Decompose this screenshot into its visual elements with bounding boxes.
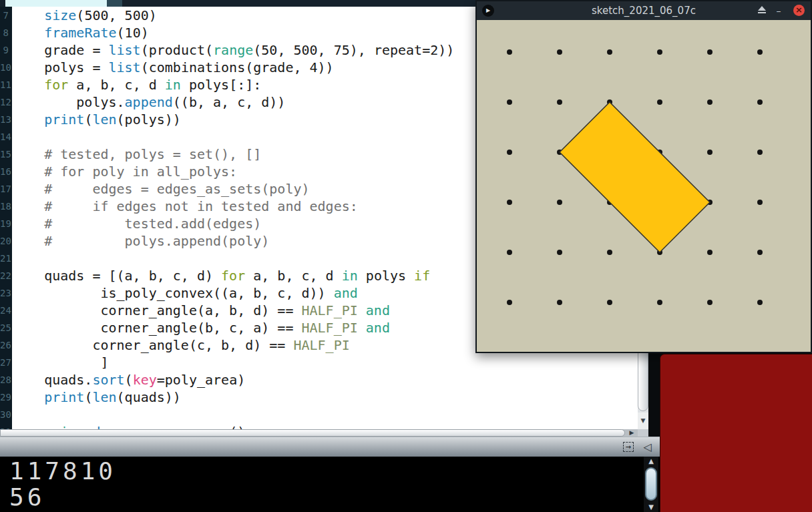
line-number: 16 — [0, 163, 12, 180]
line-number: 12 — [0, 93, 12, 111]
grid-dot — [607, 250, 612, 255]
line-number: 26 — [0, 336, 12, 354]
grid-dot — [507, 150, 512, 155]
line-number: 13 — [0, 111, 12, 128]
editor-horizontal-scrollbar[interactable]: ▶ — [0, 429, 638, 437]
console-line: 117810 — [9, 458, 660, 484]
console-text: 11781056 — [0, 457, 660, 510]
grid-dot — [707, 150, 713, 155]
grid-dot — [657, 99, 662, 105]
line-number: 11 — [0, 76, 12, 93]
line-number: 17 — [0, 180, 12, 198]
console-scrollbar[interactable]: ▲ ▼ — [644, 457, 658, 512]
line-number: 27 — [0, 354, 12, 371]
line-number: 10 — [0, 59, 12, 76]
line-number: 24 — [0, 302, 12, 319]
grid-dot — [657, 300, 662, 305]
horizontal-scrollbar-thumb[interactable] — [0, 429, 625, 437]
grid-dot — [757, 300, 763, 305]
code-line: ] — [12, 354, 638, 371]
line-number: 30 — [0, 406, 12, 423]
line-number: 19 — [0, 215, 12, 232]
grid-dot — [557, 99, 562, 105]
grid-dot — [507, 200, 512, 205]
tab-inactive[interactable] — [107, 0, 122, 7]
shade-window-button[interactable] — [755, 4, 769, 17]
grid-dot — [657, 49, 662, 55]
grid-dot — [507, 300, 512, 305]
line-number: 15 — [0, 146, 12, 163]
code-line: quads.sort(key=poly_area) — [12, 371, 638, 389]
grid-dot — [507, 49, 512, 55]
grid-dot — [707, 250, 713, 255]
close-button[interactable]: × — [793, 5, 805, 16]
code-line — [12, 406, 638, 423]
code-line: q in sd () — [12, 423, 638, 429]
grid-dot — [557, 49, 562, 55]
sketch-window: sketch_2021_06_07c ▶ – × — [475, 0, 812, 353]
line-number: 21 — [0, 250, 12, 267]
minimize-button[interactable]: – — [772, 4, 785, 17]
line-number-gutter: 7891011121314151617181920212223242526272… — [0, 7, 12, 429]
grid-dot — [507, 250, 512, 255]
sketch-titlebar[interactable]: sketch_2021_06_07c ▶ – × — [477, 1, 811, 20]
line-number: 14 — [0, 128, 12, 146]
screen: 7891011121314151617181920212223242526272… — [0, 0, 812, 512]
line-number: 23 — [0, 284, 12, 302]
eject-icon-bar — [758, 12, 766, 13]
tab-active-sketch[interactable] — [5, 0, 107, 7]
console-scroll-up-button[interactable]: ▲ — [644, 457, 658, 466]
line-number: 28 — [0, 371, 12, 389]
console-line: 56 — [9, 484, 660, 510]
console-header-bar: → ◁ — [0, 437, 660, 457]
grid-dot — [607, 300, 612, 305]
grid-dot — [507, 99, 512, 105]
grid-dot — [557, 250, 562, 255]
grid-dot — [757, 150, 763, 155]
collapse-console-icon[interactable]: ◁ — [642, 440, 654, 455]
line-number: 18 — [0, 198, 12, 215]
red-sketch-window — [660, 354, 812, 512]
line-number: 7 — [0, 7, 12, 24]
console-scrollbar-thumb[interactable] — [645, 467, 657, 501]
console-scroll-down-button[interactable]: ▼ — [644, 503, 658, 512]
scroll-right-button[interactable]: ▶ — [626, 429, 638, 437]
yellow-quad — [560, 102, 710, 252]
line-number: 20 — [0, 232, 12, 250]
grid-dot — [607, 49, 612, 55]
grid-dot — [757, 200, 763, 205]
line-number: 22 — [0, 267, 12, 284]
scrollbar-corner — [638, 429, 648, 437]
sketch-canvas — [477, 20, 811, 352]
grid-dot — [557, 300, 562, 305]
grid-dot — [757, 99, 763, 105]
eject-icon — [758, 6, 766, 11]
line-number: 31 — [0, 423, 12, 429]
line-number: 29 — [0, 389, 12, 406]
line-number: 25 — [0, 319, 12, 336]
console-output: 11781056 ▲ ▼ — [0, 457, 660, 512]
grid-dot — [757, 250, 763, 255]
copy-errors-icon[interactable]: → — [623, 442, 634, 452]
line-number: 9 — [0, 41, 12, 59]
grid-dot — [557, 200, 562, 205]
grid-dot — [707, 49, 713, 55]
grid-dot — [707, 300, 713, 305]
grid-dot — [757, 49, 763, 55]
grid-dot — [707, 99, 713, 105]
line-number: 8 — [0, 24, 12, 41]
scroll-down-button[interactable]: ▼ — [638, 413, 648, 429]
code-line: print(len(quads)) — [12, 389, 638, 406]
processing-app-icon: ▶ — [482, 5, 494, 17]
